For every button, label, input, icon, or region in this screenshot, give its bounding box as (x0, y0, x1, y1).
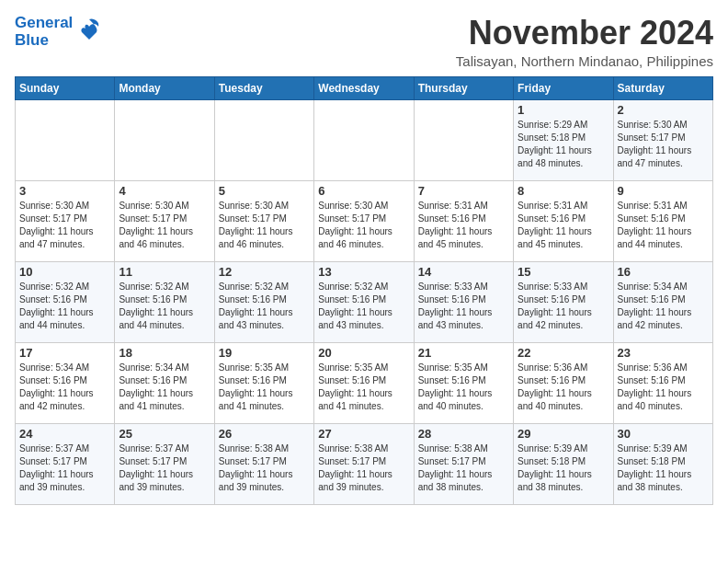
day-number: 16 (618, 265, 709, 279)
calendar-header: SundayMondayTuesdayWednesdayThursdayFrid… (16, 76, 713, 99)
day-info: Sunrise: 5:31 AM Sunset: 5:16 PM Dayligh… (618, 200, 709, 251)
calendar-cell: 1Sunrise: 5:29 AM Sunset: 5:18 PM Daylig… (514, 99, 613, 180)
day-info: Sunrise: 5:39 AM Sunset: 5:18 PM Dayligh… (518, 442, 609, 494)
week-row-4: 17Sunrise: 5:34 AM Sunset: 5:16 PM Dayli… (16, 342, 713, 423)
calendar-cell: 22Sunrise: 5:36 AM Sunset: 5:16 PM Dayli… (514, 342, 613, 423)
calendar-cell: 10Sunrise: 5:32 AM Sunset: 5:16 PM Dayli… (16, 261, 115, 342)
day-info: Sunrise: 5:30 AM Sunset: 5:17 PM Dayligh… (19, 200, 110, 251)
calendar-cell: 2Sunrise: 5:30 AM Sunset: 5:17 PM Daylig… (613, 99, 712, 180)
day-info: Sunrise: 5:31 AM Sunset: 5:16 PM Dayligh… (418, 200, 509, 251)
day-info: Sunrise: 5:29 AM Sunset: 5:18 PM Dayligh… (518, 119, 609, 170)
day-info: Sunrise: 5:33 AM Sunset: 5:16 PM Dayligh… (418, 281, 509, 332)
month-title: November 2024 (456, 15, 713, 52)
day-info: Sunrise: 5:39 AM Sunset: 5:18 PM Dayligh… (618, 442, 709, 494)
day-number: 7 (418, 184, 509, 198)
calendar-cell: 25Sunrise: 5:37 AM Sunset: 5:17 PM Dayli… (115, 423, 214, 504)
day-number: 25 (119, 427, 210, 441)
header-saturday: Saturday (613, 76, 712, 99)
day-info: Sunrise: 5:37 AM Sunset: 5:17 PM Dayligh… (19, 442, 110, 494)
day-info: Sunrise: 5:35 AM Sunset: 5:16 PM Dayligh… (318, 362, 409, 413)
header-tuesday: Tuesday (214, 76, 313, 99)
day-info: Sunrise: 5:32 AM Sunset: 5:16 PM Dayligh… (119, 281, 210, 332)
calendar-cell: 13Sunrise: 5:32 AM Sunset: 5:16 PM Dayli… (314, 261, 414, 342)
calendar-cell: 23Sunrise: 5:36 AM Sunset: 5:16 PM Dayli… (613, 342, 712, 423)
day-info: Sunrise: 5:38 AM Sunset: 5:17 PM Dayligh… (318, 442, 409, 494)
day-info: Sunrise: 5:30 AM Sunset: 5:17 PM Dayligh… (219, 200, 310, 251)
week-row-3: 10Sunrise: 5:32 AM Sunset: 5:16 PM Dayli… (16, 261, 713, 342)
location-subtitle: Talisayan, Northern Mindanao, Philippine… (456, 53, 713, 69)
day-number: 15 (518, 265, 609, 279)
calendar-cell: 11Sunrise: 5:32 AM Sunset: 5:16 PM Dayli… (115, 261, 214, 342)
day-info: Sunrise: 5:34 AM Sunset: 5:16 PM Dayligh… (19, 362, 110, 413)
calendar-cell: 15Sunrise: 5:33 AM Sunset: 5:16 PM Dayli… (514, 261, 613, 342)
logo-general: General (15, 14, 73, 31)
calendar-cell: 8Sunrise: 5:31 AM Sunset: 5:16 PM Daylig… (514, 180, 613, 261)
day-info: Sunrise: 5:36 AM Sunset: 5:16 PM Dayligh… (518, 362, 609, 413)
day-info: Sunrise: 5:38 AM Sunset: 5:17 PM Dayligh… (219, 442, 310, 494)
day-info: Sunrise: 5:33 AM Sunset: 5:16 PM Dayligh… (518, 281, 609, 332)
calendar-cell: 21Sunrise: 5:35 AM Sunset: 5:16 PM Dayli… (414, 342, 513, 423)
day-number: 3 (19, 184, 110, 198)
week-row-2: 3Sunrise: 5:30 AM Sunset: 5:17 PM Daylig… (16, 180, 713, 261)
day-info: Sunrise: 5:37 AM Sunset: 5:17 PM Dayligh… (119, 442, 210, 494)
day-number: 23 (618, 346, 709, 360)
day-number: 27 (318, 427, 409, 441)
day-info: Sunrise: 5:32 AM Sunset: 5:16 PM Dayligh… (318, 281, 409, 332)
day-number: 21 (418, 346, 509, 360)
logo-blue: Blue (15, 32, 73, 50)
day-info: Sunrise: 5:38 AM Sunset: 5:17 PM Dayligh… (418, 442, 509, 494)
header-row: SundayMondayTuesdayWednesdayThursdayFrid… (16, 76, 713, 99)
header-monday: Monday (115, 76, 214, 99)
calendar-body: 1Sunrise: 5:29 AM Sunset: 5:18 PM Daylig… (16, 99, 713, 504)
calendar-cell: 14Sunrise: 5:33 AM Sunset: 5:16 PM Dayli… (414, 261, 513, 342)
calendar-cell: 26Sunrise: 5:38 AM Sunset: 5:17 PM Dayli… (214, 423, 313, 504)
calendar-cell: 4Sunrise: 5:30 AM Sunset: 5:17 PM Daylig… (115, 180, 214, 261)
day-number: 11 (119, 265, 210, 279)
calendar-cell: 7Sunrise: 5:31 AM Sunset: 5:16 PM Daylig… (414, 180, 513, 261)
header-sunday: Sunday (16, 76, 115, 99)
day-info: Sunrise: 5:31 AM Sunset: 5:16 PM Dayligh… (518, 200, 609, 251)
calendar-cell: 19Sunrise: 5:35 AM Sunset: 5:16 PM Dayli… (214, 342, 313, 423)
day-info: Sunrise: 5:30 AM Sunset: 5:17 PM Dayligh… (119, 200, 210, 251)
calendar-cell (115, 99, 214, 180)
calendar-cell: 30Sunrise: 5:39 AM Sunset: 5:18 PM Dayli… (613, 423, 712, 504)
day-info: Sunrise: 5:35 AM Sunset: 5:16 PM Dayligh… (418, 362, 509, 413)
day-info: Sunrise: 5:32 AM Sunset: 5:16 PM Dayligh… (19, 281, 110, 332)
day-number: 6 (318, 184, 409, 198)
day-number: 4 (119, 184, 210, 198)
calendar-cell: 5Sunrise: 5:30 AM Sunset: 5:17 PM Daylig… (214, 180, 313, 261)
day-info: Sunrise: 5:32 AM Sunset: 5:16 PM Dayligh… (219, 281, 310, 332)
week-row-5: 24Sunrise: 5:37 AM Sunset: 5:17 PM Dayli… (16, 423, 713, 504)
day-number: 10 (19, 265, 110, 279)
calendar-cell: 16Sunrise: 5:34 AM Sunset: 5:16 PM Dayli… (613, 261, 712, 342)
week-row-1: 1Sunrise: 5:29 AM Sunset: 5:18 PM Daylig… (16, 99, 713, 180)
calendar-cell: 29Sunrise: 5:39 AM Sunset: 5:18 PM Dayli… (514, 423, 613, 504)
calendar-cell (16, 99, 115, 180)
calendar-cell: 9Sunrise: 5:31 AM Sunset: 5:16 PM Daylig… (613, 180, 712, 261)
day-number: 30 (618, 427, 709, 441)
day-info: Sunrise: 5:30 AM Sunset: 5:17 PM Dayligh… (318, 200, 409, 251)
day-info: Sunrise: 5:36 AM Sunset: 5:16 PM Dayligh… (618, 362, 709, 413)
day-info: Sunrise: 5:30 AM Sunset: 5:17 PM Dayligh… (618, 119, 709, 170)
calendar-cell: 24Sunrise: 5:37 AM Sunset: 5:17 PM Dayli… (16, 423, 115, 504)
day-number: 28 (418, 427, 509, 441)
day-number: 20 (318, 346, 409, 360)
calendar-cell: 6Sunrise: 5:30 AM Sunset: 5:17 PM Daylig… (314, 180, 414, 261)
title-block: November 2024 Talisayan, Northern Mindan… (456, 15, 713, 69)
logo: General Blue (15, 15, 102, 49)
calendar-cell: 3Sunrise: 5:30 AM Sunset: 5:17 PM Daylig… (16, 180, 115, 261)
calendar-cell (414, 99, 513, 180)
calendar-cell: 27Sunrise: 5:38 AM Sunset: 5:17 PM Dayli… (314, 423, 414, 504)
day-number: 18 (119, 346, 210, 360)
calendar-cell (314, 99, 414, 180)
calendar-cell: 18Sunrise: 5:34 AM Sunset: 5:16 PM Dayli… (115, 342, 214, 423)
day-number: 13 (318, 265, 409, 279)
day-number: 8 (518, 184, 609, 198)
day-number: 9 (618, 184, 709, 198)
day-number: 14 (418, 265, 509, 279)
day-number: 22 (518, 346, 609, 360)
header-friday: Friday (514, 76, 613, 99)
header-wednesday: Wednesday (314, 76, 414, 99)
day-info: Sunrise: 5:35 AM Sunset: 5:16 PM Dayligh… (219, 362, 310, 413)
day-info: Sunrise: 5:34 AM Sunset: 5:16 PM Dayligh… (119, 362, 210, 413)
